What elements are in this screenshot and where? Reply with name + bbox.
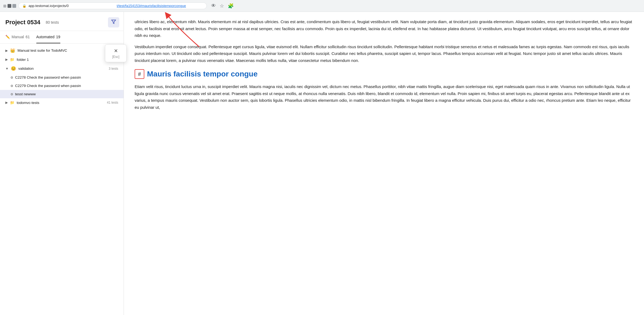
project-title: Project 0534 (5, 19, 40, 26)
filter-esc-label: [Esc] (112, 55, 120, 59)
todomvc-badge: 41 tests (107, 101, 118, 104)
tree-item-validation[interactable]: ▼ 😊 validation 3 tests (0, 64, 124, 73)
browser-bar: ⊞ 🔒 app.testomat.io/projects/0 t/test/fa… (0, 0, 644, 12)
para3: Etiam velit risus, tincidunt luctus urna… (135, 83, 633, 111)
manual-tab-icon: ✏️ (5, 35, 10, 39)
hash-box: # (135, 69, 144, 79)
browser-actions: 👁 ☆ 🧩 (211, 3, 234, 9)
sidebar-tabs: ✏️ Manual 61 Automated 19 (0, 31, 124, 44)
url-left: app.testomat.io/projects/0 (29, 4, 115, 8)
para1: ultricies libero ac, elementum nibh. Mau… (135, 18, 633, 39)
validation-label: validation (18, 66, 34, 71)
automated-tab-count: 19 (56, 35, 60, 39)
svg-marker-0 (112, 20, 116, 24)
folder1-label: folder 1 (17, 58, 29, 62)
chevron-right-icon: ▶ (5, 49, 8, 52)
validation-emoji: 😊 (11, 66, 16, 71)
browser-tabs: ⊞ (3, 4, 16, 8)
chevron-down-icon: ▼ (5, 67, 9, 71)
test-circle-icon-2 (11, 85, 13, 87)
section-heading-container: # Mauris facilisis tempor congue (135, 69, 633, 79)
para2: Vestibulum imperdiet congue consequat. P… (135, 43, 633, 64)
tree-item-tesst-newww[interactable]: tesst newww (0, 90, 124, 98)
chevron-right-icon-3: ▶ (5, 101, 8, 104)
c2279-label: C2279 Check the password when passin (15, 84, 81, 88)
folder-icon-1: 📁 (10, 57, 15, 62)
lock-icon: 🔒 (22, 4, 26, 8)
validation-badge: 3 tests (109, 67, 118, 71)
chevron-right-icon-2: ▶ (5, 58, 8, 61)
tesst-newww-label: tesst newww (15, 92, 36, 96)
app-container: Project 0534 80 tests ✕ [Esc] ✏️ Manual … (0, 12, 644, 315)
tab-square-1[interactable] (8, 4, 11, 8)
manual-tab-count: 61 (26, 35, 30, 39)
sidebar-header: Project 0534 80 tests (0, 12, 124, 31)
test-circle-icon-3 (11, 93, 13, 95)
tab-square-2[interactable] (12, 4, 16, 8)
tab-manual[interactable]: ✏️ Manual 61 (5, 31, 30, 43)
c2278-label: C2278 Check the password when passin (15, 75, 81, 79)
url-right: t/test/fa154153#maurisfacilisistemporcon… (117, 4, 203, 8)
tree-item-c2279[interactable]: C2279 Check the password when passin (0, 82, 124, 90)
suite-emoji: 👑 (10, 48, 15, 53)
test-circle-icon (11, 76, 13, 79)
manual-tab-label: Manual (12, 35, 24, 39)
extension-icon[interactable]: 🧩 (228, 3, 234, 9)
tree-item-todomvc[interactable]: ▶ 📁 todomvc-tests 41 tests (0, 98, 124, 107)
automated-tab-label: Automated (36, 35, 55, 39)
filter-button[interactable] (108, 17, 119, 27)
star-icon[interactable]: ☆ (220, 3, 224, 9)
filter-popup: ✕ [Esc] (105, 44, 124, 62)
section-title: Mauris facilisis tempor congue (147, 70, 258, 78)
tree-item-c2278[interactable]: C2278 Check the password when passin (0, 73, 124, 82)
manual-suite-label: Manual test suite for TodoMVC (18, 48, 67, 52)
main-content: ultricies libero ac, elementum nibh. Mau… (124, 12, 644, 315)
sidebar: Project 0534 80 tests ✕ [Esc] ✏️ Manual … (0, 12, 124, 315)
sidebar-tree: ▶ 👑 Manual test suite for TodoMVC 12 tes… (0, 44, 124, 315)
eye-icon[interactable]: 👁 (211, 3, 216, 9)
tab-automated[interactable]: Automated 19 (36, 31, 60, 43)
address-bar[interactable]: 🔒 app.testomat.io/projects/0 t/test/fa15… (18, 2, 207, 9)
tab-icon-1: ⊞ (3, 4, 6, 8)
test-count: 80 tests (46, 20, 59, 24)
todomvc-label: todomvc-tests (17, 101, 39, 105)
folder-icon-2: 📁 (10, 100, 15, 105)
filter-close-button[interactable]: ✕ (114, 48, 118, 54)
